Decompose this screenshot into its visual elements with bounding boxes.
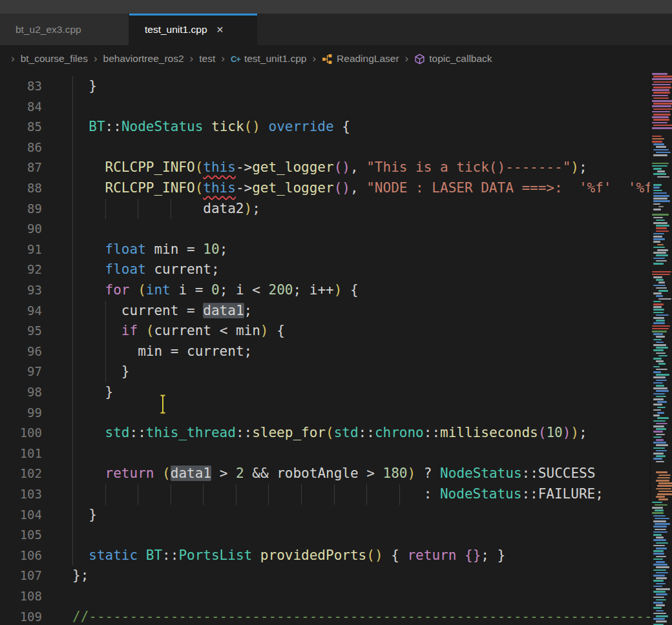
line-number[interactable]: 97 (0, 362, 42, 382)
code-line[interactable]: 92 float current; (0, 260, 650, 280)
line-number[interactable]: 108 (0, 586, 42, 607)
minimap-row (653, 285, 666, 287)
line-number[interactable]: 107 (0, 566, 42, 586)
minimap-row (653, 192, 667, 194)
symbol-icon (414, 54, 425, 65)
line-number[interactable]: 91 (0, 240, 42, 260)
code-token (138, 323, 146, 338)
code-token (260, 282, 269, 298)
breadcrumb-item-topic-callback[interactable]: topic_callback (414, 53, 492, 65)
code-token (72, 548, 89, 563)
code-line[interactable]: 103 : NodeStatus::FAILURE; (0, 484, 650, 505)
line-content: //--------------------------------------… (72, 607, 650, 625)
code-line[interactable]: 83 } (0, 76, 650, 97)
line-number[interactable]: 96 (0, 342, 42, 362)
line-number[interactable]: 101 (0, 444, 42, 464)
code-line[interactable]: 97 } (0, 362, 650, 382)
code-line[interactable]: 93 for (int i = 0; i < 200; i++) { (0, 280, 650, 301)
tab-test_unit1[interactable]: test_unit1.cpp ✕ (129, 14, 257, 45)
line-number[interactable]: 94 (0, 301, 42, 322)
line-number[interactable]: 99 (0, 403, 42, 424)
line-number[interactable]: 98 (0, 382, 42, 403)
code-line[interactable]: 88 RCLCPP_INFO(this->get_logger(), "NODE… (0, 178, 650, 199)
code-token: :: (359, 425, 375, 440)
line-number[interactable]: 95 (0, 321, 42, 342)
line-number[interactable]: 87 (0, 158, 42, 178)
minimap-row (653, 591, 666, 593)
indent-guide (72, 342, 73, 362)
code-line[interactable]: 109//-----------------------------------… (0, 607, 650, 625)
minimap-row (653, 108, 672, 110)
line-number[interactable]: 103 (0, 484, 42, 505)
line-content: } (72, 76, 650, 97)
minimap-row (653, 97, 669, 99)
code-token: () (334, 180, 350, 196)
chevron-right-icon: › (11, 52, 15, 65)
editor[interactable]: 83 }8485 BT::NodeStatus tick() override … (0, 72, 672, 625)
line-number[interactable]: 85 (0, 117, 42, 138)
code-token: ? (415, 466, 440, 481)
code-line[interactable]: 96 min = current; (0, 342, 650, 362)
line-number[interactable]: 90 (0, 219, 42, 240)
line-content: return (data1 > 2 && robotAngle > 180) ?… (72, 464, 650, 484)
code-line[interactable]: 108 (0, 586, 650, 607)
code-line[interactable]: 100 std::this_thread::sleep_for(std::chr… (0, 423, 650, 444)
breadcrumb-item-readinglaser[interactable]: ReadingLaser (322, 53, 399, 65)
line-number[interactable]: 102 (0, 464, 42, 484)
minimap-row (653, 580, 664, 582)
code-token: get_logger (252, 180, 333, 196)
line-number[interactable]: 106 (0, 546, 42, 566)
tab-bt_u2_ex3[interactable]: bt_u2_ex3.cpp (0, 14, 129, 45)
line-number[interactable]: 84 (0, 97, 42, 118)
cpp-file-icon: C+ (231, 54, 240, 64)
code-line[interactable]: 107}; (0, 566, 650, 586)
code-line[interactable]: 90 (0, 219, 650, 240)
line-number[interactable]: 83 (0, 76, 42, 97)
code-line[interactable]: 99 (0, 403, 650, 424)
minimap-row (653, 613, 666, 615)
indent-guide (72, 505, 73, 526)
code-line[interactable]: 98 } (0, 382, 650, 403)
code-line[interactable]: 102 return (data1 > 2 && robotAngle > 18… (0, 464, 650, 484)
code-token: ; (252, 201, 260, 216)
code-line[interactable]: 87 RCLCPP_INFO(this->get_logger(), "This… (0, 158, 650, 178)
line-number[interactable]: 89 (0, 199, 42, 220)
code-token: ; (220, 241, 228, 257)
code-line[interactable]: 91 float min = 10; (0, 240, 650, 260)
minimap-row (653, 203, 660, 205)
code-line[interactable]: 101 (0, 444, 650, 464)
tab-label: bt_u2_ex3.cpp (16, 24, 81, 36)
line-number[interactable]: 100 (0, 423, 42, 444)
minimap-row (653, 258, 665, 260)
code-line[interactable]: 95 if (current < min) { (0, 321, 650, 342)
breadcrumb-item-test-unit1-cpp[interactable]: C+ test_unit1.cpp (231, 53, 307, 65)
code-token: min (72, 343, 171, 359)
breadcrumb-item-test[interactable]: test (199, 53, 215, 65)
code-token (227, 466, 236, 481)
line-number[interactable]: 104 (0, 505, 42, 526)
line-number[interactable]: 105 (0, 525, 42, 546)
code-line[interactable]: 84 (0, 97, 650, 118)
indent-guide (72, 403, 73, 424)
minimap[interactable] (650, 72, 672, 625)
code-line[interactable]: 104 } (0, 505, 650, 526)
code-line[interactable]: 105 (0, 525, 650, 546)
code-line[interactable]: 106 static BT::PortsList providedPorts()… (0, 546, 650, 566)
code-token: "This is a tick()-------" (366, 159, 571, 175)
code-line[interactable]: 89 data2); (0, 199, 650, 220)
line-number[interactable]: 86 (0, 138, 42, 158)
close-icon[interactable]: ✕ (216, 25, 224, 35)
line-number[interactable]: 92 (0, 260, 42, 280)
code-token: providedPorts (260, 548, 366, 563)
minimap-row (652, 274, 670, 276)
breadcrumb-item-bt-course-files[interactable]: bt_course_files (21, 53, 88, 65)
line-number[interactable]: 93 (0, 280, 42, 301)
line-content: for (int i = 0; i < 200; i++) { (72, 280, 650, 301)
breadcrumb-item-behaviortree-ros2[interactable]: behaviortree_ros2 (103, 53, 184, 65)
line-number[interactable]: 88 (0, 178, 42, 199)
indent-guide (72, 484, 73, 505)
code-line[interactable]: 94 current = data1; (0, 301, 650, 322)
code-line[interactable]: 85 BT::NodeStatus tick() override { (0, 117, 650, 138)
code-line[interactable]: 86 (0, 138, 650, 158)
line-number[interactable]: 109 (0, 607, 42, 625)
